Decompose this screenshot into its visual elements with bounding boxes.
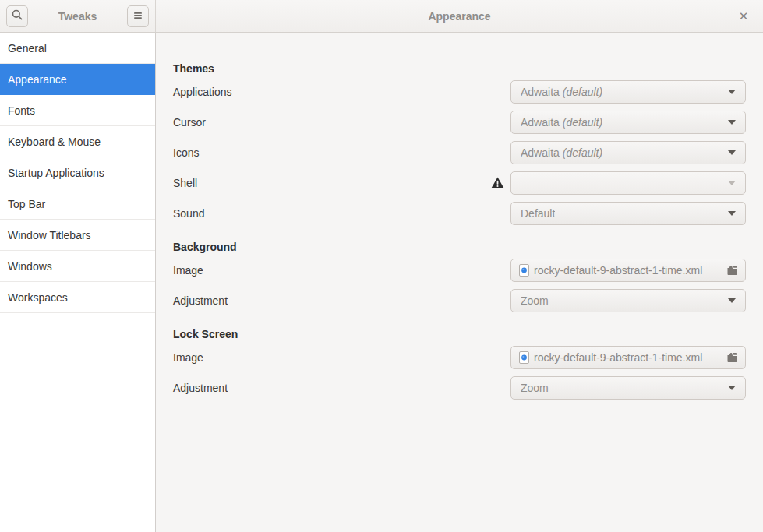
section-heading: Themes	[173, 61, 746, 76]
sidebar-item-label: Window Titlebars	[8, 229, 91, 241]
dropdown-arrow-icon	[728, 181, 736, 185]
section-lock-screen: Lock Screen Image rocky-default-9-abstr	[173, 326, 746, 403]
headerbar-right: Appearance ✕	[156, 0, 763, 32]
row-label: Cursor	[173, 116, 206, 129]
sidebar-item-top-bar[interactable]: Top Bar	[0, 188, 155, 220]
section-heading: Lock Screen	[173, 326, 746, 342]
row-label: Image	[173, 351, 203, 364]
dropdown-arrow-icon	[728, 298, 736, 303]
sidebar-item-windows[interactable]: Windows	[0, 251, 155, 282]
sidebar-item-fonts[interactable]: Fonts	[0, 95, 155, 126]
lock-screen-image-file-button[interactable]: rocky-default-9-abstract-1-time.xml	[510, 346, 746, 369]
row-icons-theme: Icons Adwaita (default)	[173, 137, 746, 167]
dropdown-value: Adwaita	[521, 146, 560, 159]
search-icon	[11, 9, 23, 23]
sidebar-item-label: Top Bar	[8, 198, 45, 210]
row-cursor-theme: Cursor Adwaita (default)	[173, 107, 746, 137]
dropdown-value: Zoom	[521, 294, 549, 307]
dropdown-value: Default	[521, 207, 555, 220]
headerbar-left: Tweaks	[0, 0, 156, 32]
row-lock-screen-image: Image rocky-default-9-abstract-1-time.xm…	[173, 342, 746, 372]
close-button[interactable]: ✕	[732, 0, 755, 32]
cursor-theme-dropdown[interactable]: Adwaita (default)	[510, 111, 746, 134]
open-file-icon	[726, 352, 739, 363]
dropdown-value: Adwaita	[521, 86, 560, 98]
row-label: Shell	[173, 177, 197, 189]
row-background-image: Image rocky-default-9-abstract-1-time.xm…	[173, 255, 746, 285]
shell-theme-warning	[491, 177, 504, 188]
row-label: Icons	[173, 146, 199, 159]
sound-theme-dropdown[interactable]: Default	[510, 202, 746, 225]
background-image-filename: rocky-default-9-abstract-1-time.xml	[534, 264, 722, 277]
lock-screen-image-filename: rocky-default-9-abstract-1-time.xml	[534, 351, 722, 364]
sidebar-item-startup-applications[interactable]: Startup Applications	[0, 157, 155, 188]
window-title-right: Appearance	[428, 10, 490, 23]
xml-file-icon	[519, 264, 529, 277]
window-title-left: Tweaks	[58, 10, 97, 23]
section-heading: Background	[173, 239, 746, 255]
sidebar: General Appearance Fonts Keyboard & Mous…	[0, 33, 156, 532]
shell-theme-dropdown	[510, 171, 746, 195]
row-applications-theme: Applications Adwaita (default)	[173, 76, 746, 107]
background-adjustment-dropdown[interactable]: Zoom	[510, 289, 746, 312]
section-themes: Themes Applications Adwaita (default) Cu…	[173, 61, 746, 228]
sidebar-item-label: Appearance	[8, 73, 67, 86]
headerbar: Tweaks Appearance ✕	[0, 0, 763, 33]
dropdown-arrow-icon	[728, 120, 736, 125]
row-sound-theme: Sound Default	[173, 198, 746, 228]
row-label: Adjustment	[173, 294, 228, 307]
sidebar-item-label: Startup Applications	[8, 167, 104, 179]
row-label: Applications	[173, 86, 232, 98]
appearance-panel: Themes Applications Adwaita (default) Cu…	[156, 33, 763, 532]
open-file-icon	[726, 265, 739, 276]
dropdown-value: Adwaita	[521, 116, 560, 129]
search-button[interactable]	[6, 5, 28, 27]
sidebar-item-workspaces[interactable]: Workspaces	[0, 282, 155, 313]
background-image-file-button[interactable]: rocky-default-9-abstract-1-time.xml	[510, 259, 746, 282]
sidebar-item-label: Keyboard & Mouse	[8, 136, 101, 148]
sidebar-item-label: Fonts	[8, 104, 35, 117]
section-background: Background Image rocky-default-9-abstra	[173, 239, 746, 315]
row-label: Image	[173, 264, 203, 277]
dropdown-value-suffix: (default)	[563, 86, 602, 98]
lock-screen-adjustment-dropdown[interactable]: Zoom	[510, 376, 746, 400]
sidebar-item-label: Windows	[8, 260, 52, 273]
icons-theme-dropdown[interactable]: Adwaita (default)	[510, 141, 746, 164]
row-label: Adjustment	[173, 382, 228, 394]
sidebar-item-label: General	[8, 42, 47, 55]
menu-icon	[132, 10, 143, 23]
row-label: Sound	[173, 207, 204, 220]
row-background-adjustment: Adjustment Zoom	[173, 285, 746, 315]
dropdown-arrow-icon	[728, 150, 736, 155]
dropdown-arrow-icon	[728, 386, 736, 390]
sidebar-item-label: Workspaces	[8, 291, 68, 304]
sidebar-item-window-titlebars[interactable]: Window Titlebars	[0, 220, 155, 251]
dropdown-arrow-icon	[728, 211, 736, 216]
applications-theme-dropdown[interactable]: Adwaita (default)	[510, 80, 746, 104]
row-lock-screen-adjustment: Adjustment Zoom	[173, 372, 746, 403]
sidebar-item-keyboard-mouse[interactable]: Keyboard & Mouse	[0, 126, 155, 157]
dropdown-value: Zoom	[521, 382, 549, 394]
sidebar-item-general[interactable]: General	[0, 33, 155, 64]
tweaks-window: Tweaks Appearance ✕ General Appear	[0, 0, 763, 532]
xml-file-icon	[519, 351, 529, 364]
sidebar-item-appearance[interactable]: Appearance	[0, 64, 155, 95]
main-area: General Appearance Fonts Keyboard & Mous…	[0, 33, 763, 532]
row-shell-theme: Shell	[173, 167, 746, 198]
close-icon: ✕	[739, 9, 749, 23]
menu-button[interactable]	[127, 5, 149, 27]
dropdown-arrow-icon	[728, 90, 736, 94]
dropdown-value-suffix: (default)	[563, 146, 602, 159]
dropdown-value-suffix: (default)	[563, 116, 602, 129]
warning-icon	[491, 177, 504, 188]
